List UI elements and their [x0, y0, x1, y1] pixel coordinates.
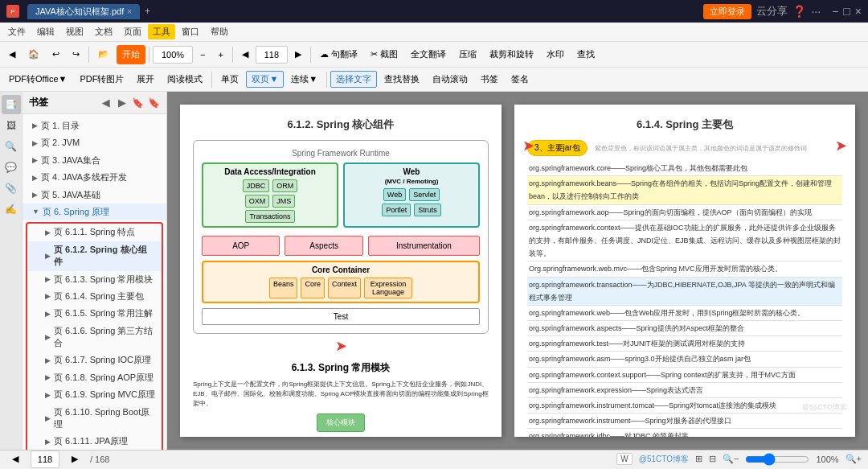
badge-note: 紫色背景色，标识该词语属于属主类，其他颜色的词语是属于该类的修饰词	[595, 145, 807, 152]
comment-btn[interactable]: ❓	[792, 5, 806, 18]
zoom-out-icon[interactable]: 🔍−	[723, 454, 739, 464]
redo-btn[interactable]: ↪	[67, 45, 85, 64]
sep4	[310, 47, 311, 63]
jar-item-7: org.springframework.aspects——Spring提供的对A…	[527, 321, 842, 336]
right-page-title: 6.1.4. Spring 主要包	[527, 117, 842, 132]
bookmark-btn[interactable]: 书签	[475, 71, 504, 88]
toc-spring-ann[interactable]: ▶页 6.1.5. Spring 常用注解	[27, 305, 162, 322]
home-btn[interactable]: 🏠	[23, 45, 45, 64]
double-page-btn[interactable]: 双页▼	[246, 71, 284, 88]
panel-icon-4[interactable]: 🔖	[147, 97, 160, 109]
toc-jpa[interactable]: ▶页 6.1.11. JPA原理	[27, 433, 162, 450]
toc-spring-3rd[interactable]: ▶页 6.1.6. Spring 第三方结合	[27, 323, 162, 352]
panel-header: 书签 ◀ ▶ 🔖 🔖	[23, 92, 166, 114]
beans-box: Beans	[269, 278, 298, 298]
fit-width-icon[interactable]: ⊞	[695, 454, 702, 464]
toc-spring-ioc[interactable]: ▶页 6.1.7. Spring IOC原理	[27, 352, 162, 368]
open-btn[interactable]: 📂	[92, 45, 115, 64]
panel-icon-3[interactable]: 🔖	[131, 97, 144, 109]
login-btn[interactable]: 立即登录	[703, 4, 751, 19]
more-btn[interactable]: ···	[811, 5, 821, 18]
icon-search[interactable]: 🔍	[2, 137, 21, 156]
status-prev-btn[interactable]: ◀	[6, 450, 24, 469]
watermark-btn[interactable]: 水印	[541, 45, 570, 64]
select-text-btn[interactable]: 选择文字	[330, 71, 377, 88]
menu-page[interactable]: 页面	[119, 24, 146, 39]
fit-page-icon[interactable]: ⊟	[709, 454, 716, 464]
undo-btn[interactable]: ↩	[47, 45, 65, 64]
toc-item-spring[interactable]: ▼页 6. Spring 原理	[23, 204, 166, 220]
single-page-btn[interactable]: 单页	[215, 71, 244, 88]
cut-btn[interactable]: 裁剪和旋转	[484, 45, 539, 64]
current-tab[interactable]: JAVA核心知识框架.pdf ×	[27, 4, 140, 19]
find-btn[interactable]: 查找	[571, 45, 600, 64]
zoom-input[interactable]	[153, 46, 193, 64]
spring-core-diagram: Spring Framework Runtime Data Access/Int…	[193, 140, 489, 334]
share-btn[interactable]: 云分享	[756, 4, 788, 19]
translate-btn[interactable]: ☁ 句翻译	[314, 45, 363, 64]
toc-spring-core[interactable]: ▶页 6.1.2. Spring 核心组件	[27, 241, 162, 271]
icon-comment[interactable]: 💬	[2, 158, 21, 177]
web-label: Web(MVC / Remoting)	[348, 167, 475, 185]
sign-btn[interactable]: 签名	[506, 71, 534, 88]
page-input[interactable]	[256, 46, 288, 64]
status-page-input[interactable]	[31, 450, 59, 468]
menu-help[interactable]: 帮助	[206, 24, 233, 39]
toc-spring-feat[interactable]: ▶页 6.1.1. Spring 特点	[27, 224, 162, 241]
find-replace-btn[interactable]: 查找替换	[379, 71, 425, 88]
menu-doc[interactable]: 文档	[90, 24, 117, 39]
zoom-slider[interactable]	[745, 453, 809, 466]
toc-spring-mod[interactable]: ▶页 6.1.3. Spring 常用模块	[27, 271, 162, 288]
icon-sign[interactable]: ✍	[2, 200, 21, 219]
zoom-out-btn[interactable]: −	[194, 45, 211, 64]
toc-item-jvm[interactable]: ▶页 2. JVM	[23, 134, 166, 151]
status-total-pages: / 168	[90, 455, 109, 464]
icon-bookmark[interactable]: 📑	[2, 95, 21, 114]
menu-window[interactable]: 窗口	[177, 24, 204, 39]
toc-spring-jar[interactable]: ▶页 6.1.4. Spring 主要包	[27, 288, 162, 305]
min-btn[interactable]: −	[832, 5, 838, 18]
toc-item-java3[interactable]: ▶页 3. JAVA集合	[23, 152, 166, 169]
menu-file[interactable]: 文件	[3, 24, 31, 39]
pdf-office-btn[interactable]: PDF转Office▼	[3, 71, 72, 88]
jar-item-13: org.springframework.instrument——Spring对服…	[527, 413, 842, 429]
toc-item-java5[interactable]: ▶页 5. JAVA基础	[23, 187, 166, 204]
sep6	[326, 72, 327, 88]
panel-icon-1[interactable]: ◀	[99, 97, 112, 109]
back-btn[interactable]: ◀	[3, 45, 21, 64]
menu-view[interactable]: 视图	[61, 24, 88, 39]
pdf-img-btn[interactable]: PDF转图片	[74, 71, 129, 88]
start-btn[interactable]: 开始	[117, 45, 145, 64]
menu-edit[interactable]: 编辑	[32, 24, 59, 39]
fulltext-btn[interactable]: 全文翻译	[405, 45, 452, 64]
menu-tools[interactable]: 工具	[148, 24, 175, 39]
read-mode-btn[interactable]: 阅读模式	[162, 71, 208, 88]
toc-spring-aop[interactable]: ▶页 6.1.8. Spring AOP原理	[27, 369, 162, 386]
screenshot-btn[interactable]: ✂ 截图	[365, 45, 403, 64]
panel-title: 书签	[29, 96, 48, 109]
next-page-btn[interactable]: ▶	[289, 45, 307, 64]
status-next-btn[interactable]: ▶	[66, 450, 84, 469]
toolbar: ◀ 🏠 ↩ ↪ 📂 开始 − + ◀ ▶ ☁ 句翻译 ✂ 截图 全文翻译 压缩 …	[0, 42, 868, 68]
tab-close-btn[interactable]: ×	[127, 7, 132, 16]
icon-attach[interactable]: 📎	[2, 179, 21, 198]
close-window-btn[interactable]: ×	[855, 5, 862, 18]
prev-page-btn[interactable]: ◀	[236, 45, 254, 64]
watermark-icon[interactable]: W	[616, 453, 632, 465]
icon-thumbnail[interactable]: 🖼	[2, 116, 21, 135]
zoom-in-btn[interactable]: +	[212, 45, 228, 64]
toc-spring-mvc[interactable]: ▶页 6.1.9. Spring MVC原理	[27, 386, 162, 403]
compress-btn[interactable]: 压缩	[453, 45, 482, 64]
toc-spring-boot[interactable]: ▶页 6.1.10. Spring Boot原理	[27, 404, 162, 434]
new-tab-btn[interactable]: +	[145, 6, 150, 17]
toc-item-toc[interactable]: ▶页 1. 目录	[23, 117, 166, 134]
panel-icon-2[interactable]: ▶	[115, 97, 128, 109]
toc-item-java4[interactable]: ▶页 4. JAVA多线程开发	[23, 169, 166, 186]
zoom-in-icon[interactable]: 🔍+	[845, 454, 862, 464]
expand-btn[interactable]: 展开	[131, 71, 160, 88]
jar-item-3: org.springframework.context——提供在基础IOC功能上…	[527, 220, 842, 262]
jar-badge: 3、主要jar包	[527, 140, 588, 156]
auto-scroll-btn[interactable]: 自动滚动	[427, 71, 473, 88]
max-btn[interactable]: □	[843, 5, 850, 18]
continuous-btn[interactable]: 连续▼	[285, 71, 323, 88]
